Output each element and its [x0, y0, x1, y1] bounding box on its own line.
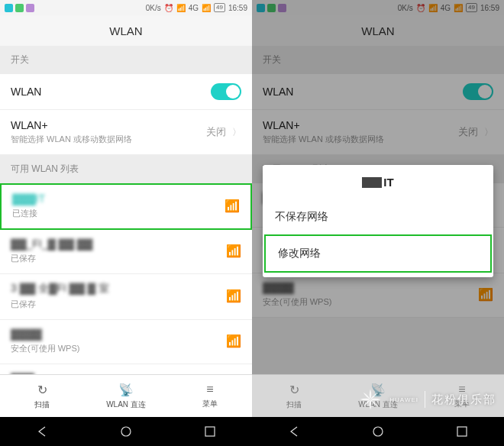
- wifi-strength-icon: 📶: [226, 289, 241, 303]
- home-icon[interactable]: [119, 425, 133, 438]
- section-switch: 开关: [0, 46, 252, 74]
- dialog-title: IT: [263, 165, 493, 199]
- watermark: HUAWEI 花粉俱乐部: [357, 386, 496, 412]
- network-item[interactable]: ▓▓_FI_▓ ▓▓ ▓▓已保存 📶: [0, 230, 252, 274]
- back-icon[interactable]: [287, 425, 301, 438]
- scan-button[interactable]: ↻扫描: [252, 375, 336, 417]
- wlanplus-sub: 智能选择 WLAN 或移动数据网络: [11, 134, 132, 145]
- wlan-label: WLAN: [11, 86, 41, 98]
- direct-button[interactable]: 📡WLAN 直连: [84, 375, 168, 417]
- network-name: ▓▓▓IT: [12, 192, 45, 205]
- wlanplus-value: 关闭: [206, 125, 226, 139]
- page-title: WLAN: [0, 15, 252, 46]
- network-status: 已连接: [12, 208, 45, 219]
- bottom-toolbar: ↻扫描 📡WLAN 直连 ≡菜单: [0, 374, 252, 417]
- wifi-strength-icon: 📶: [225, 199, 240, 213]
- home-icon[interactable]: [371, 425, 385, 438]
- android-nav: [0, 417, 252, 446]
- recent-icon[interactable]: [203, 425, 217, 438]
- chevron-right-icon: 〉: [232, 126, 241, 139]
- net-speed: 0K/s: [146, 4, 161, 12]
- svg-point-0: [121, 427, 131, 436]
- wifi-icon: 📶: [176, 4, 186, 12]
- scan-button[interactable]: ↻扫描: [0, 375, 84, 417]
- network-item-connected[interactable]: ▓▓▓IT 已连接 📶: [0, 183, 252, 230]
- wlan-toggle[interactable]: [211, 83, 241, 100]
- scan-icon: ↻: [37, 383, 47, 397]
- net-4g: 4G: [189, 4, 199, 12]
- wlan-toggle-row[interactable]: WLAN: [0, 74, 252, 110]
- back-icon[interactable]: [35, 425, 49, 438]
- section-available: 可用 WLAN 列表: [0, 155, 252, 183]
- wlanplus-row[interactable]: WLAN+ 智能选择 WLAN 或移动数据网络 关闭 〉: [0, 110, 252, 155]
- wifi-strength-icon: 📶: [226, 244, 241, 258]
- watermark-text: 花粉俱乐部: [431, 393, 496, 407]
- network-item[interactable]: 3 ▓▓ 全▓FI ▓▓ ▓ 室已保存 📶: [0, 274, 252, 320]
- svg-rect-3: [457, 427, 467, 436]
- wlanplus-title: WLAN+: [11, 119, 132, 131]
- wifi-direct-icon: 📡: [118, 383, 134, 397]
- android-nav: [252, 417, 504, 446]
- dialog-modify[interactable]: 修改网络: [264, 234, 492, 273]
- battery-icon: 49: [214, 3, 225, 12]
- huawei-logo-icon: [357, 386, 383, 412]
- menu-button[interactable]: ≡菜单: [168, 375, 252, 417]
- menu-icon: ≡: [206, 383, 213, 396]
- dialog-forget[interactable]: 不保存网络: [263, 199, 493, 234]
- network-item[interactable]: ▓▓▓▓安全(可使用 WPS) 📶: [0, 320, 252, 364]
- svg-rect-1: [205, 427, 215, 436]
- svg-point-2: [373, 427, 383, 436]
- recent-icon[interactable]: [455, 425, 469, 438]
- alarm-icon: ⏰: [164, 4, 173, 12]
- wifi-strength-icon: 📶: [226, 334, 241, 348]
- status-bar: 0K/s ⏰ 📶 4G 📶 49 16:59: [0, 0, 252, 15]
- clock: 16:59: [228, 4, 247, 12]
- phone-right: 0K/s⏰📶4G📶 49 16:59 WLAN 开关 WLAN WLAN+智能选…: [252, 0, 504, 446]
- phone-left: 0K/s ⏰ 📶 4G 📶 49 16:59 WLAN 开关 WLAN WLAN…: [0, 0, 252, 446]
- network-dialog: IT 不保存网络 修改网络: [263, 165, 493, 277]
